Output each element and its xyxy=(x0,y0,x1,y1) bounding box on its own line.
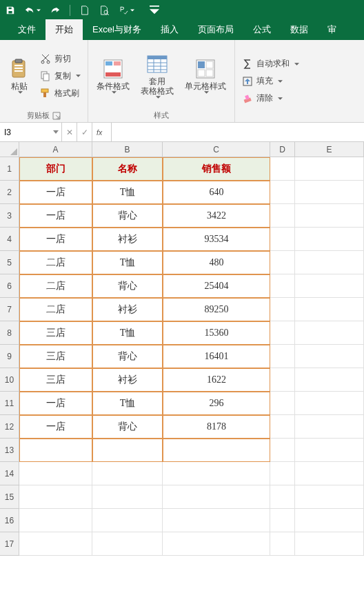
cell[interactable] xyxy=(295,509,364,532)
cell[interactable]: 1622 xyxy=(163,368,270,392)
cell[interactable]: 背心 xyxy=(92,345,163,368)
copy-button[interactable]: 复制 xyxy=(37,69,83,83)
cell[interactable] xyxy=(270,298,295,321)
cell[interactable] xyxy=(270,274,295,298)
cell[interactable]: 一店 xyxy=(19,181,92,204)
tab-file[interactable]: 文件 xyxy=(8,19,46,40)
cell[interactable]: 衬衫 xyxy=(92,368,163,392)
cell[interactable] xyxy=(270,251,295,274)
cell[interactable] xyxy=(295,532,364,556)
row-header[interactable]: 12 xyxy=(0,415,19,439)
cell[interactable]: 二店 xyxy=(19,251,92,274)
clear-button[interactable]: 清除 xyxy=(239,91,302,105)
row-header[interactable]: 8 xyxy=(0,321,19,345)
cell[interactable]: T恤 xyxy=(92,392,163,415)
cell[interactable] xyxy=(295,228,364,251)
cell[interactable] xyxy=(270,532,295,556)
name-box[interactable] xyxy=(0,123,62,141)
customize-qat-icon[interactable] xyxy=(150,6,159,15)
cell[interactable]: T恤 xyxy=(92,181,163,204)
fill-button[interactable]: 填充 xyxy=(239,74,302,88)
cell[interactable]: 二店 xyxy=(19,298,92,321)
row-header[interactable]: 10 xyxy=(0,368,19,392)
cell[interactable]: T恤 xyxy=(92,321,163,345)
col-header-B[interactable]: B xyxy=(92,142,163,157)
col-header-C[interactable]: C xyxy=(163,142,270,157)
cell[interactable] xyxy=(295,462,364,485)
cell[interactable] xyxy=(92,485,163,509)
cell[interactable] xyxy=(270,485,295,509)
cell[interactable]: 89250 xyxy=(163,298,270,321)
cut-button[interactable]: 剪切 xyxy=(37,52,83,66)
tab-formulas[interactable]: 公式 xyxy=(243,19,281,40)
cell[interactable] xyxy=(295,274,364,298)
cell[interactable] xyxy=(19,485,92,509)
fx-icon[interactable]: fx xyxy=(92,123,112,141)
print-preview-icon[interactable] xyxy=(99,6,109,15)
save-icon[interactable] xyxy=(6,6,15,15)
cell[interactable] xyxy=(270,415,295,439)
cell[interactable]: 三店 xyxy=(19,345,92,368)
row-header[interactable]: 7 xyxy=(0,298,19,321)
tab-review[interactable]: 审 xyxy=(318,19,346,40)
cell[interactable] xyxy=(270,228,295,251)
cell-styles-button[interactable]: 单元格样式 xyxy=(181,43,230,109)
cell[interactable] xyxy=(270,462,295,485)
cell[interactable] xyxy=(270,321,295,345)
row-header[interactable]: 17 xyxy=(0,532,19,556)
cell[interactable] xyxy=(295,439,364,462)
cell[interactable]: 衬衫 xyxy=(92,298,163,321)
col-header-E[interactable]: E xyxy=(295,142,364,157)
cell[interactable] xyxy=(270,157,295,181)
cell[interactable] xyxy=(19,509,92,532)
row-header[interactable]: 3 xyxy=(0,204,19,228)
cell[interactable]: 一店 xyxy=(19,204,92,228)
cell[interactable] xyxy=(295,368,364,392)
cell[interactable]: 背心 xyxy=(92,274,163,298)
spellcheck-icon[interactable] xyxy=(119,6,134,15)
cell[interactable]: 名称 xyxy=(92,157,163,181)
select-all-corner[interactable] xyxy=(0,142,19,157)
cell[interactable] xyxy=(270,204,295,228)
cell[interactable] xyxy=(295,415,364,439)
row-header[interactable]: 16 xyxy=(0,509,19,532)
row-header[interactable]: 11 xyxy=(0,392,19,415)
cell[interactable]: 部门 xyxy=(19,157,92,181)
cell[interactable] xyxy=(163,439,270,462)
cell[interactable] xyxy=(270,345,295,368)
formula-input[interactable] xyxy=(112,123,364,141)
tab-excel-finance[interactable]: Excel与财务 xyxy=(83,19,151,40)
launcher-icon[interactable] xyxy=(52,112,61,120)
cell[interactable] xyxy=(295,485,364,509)
row-header[interactable]: 1 xyxy=(0,157,19,181)
cell[interactable]: 二店 xyxy=(19,274,92,298)
cell[interactable] xyxy=(295,298,364,321)
cell[interactable] xyxy=(295,321,364,345)
cell[interactable]: 16401 xyxy=(163,345,270,368)
cell[interactable] xyxy=(295,157,364,181)
cell[interactable] xyxy=(295,251,364,274)
cell[interactable] xyxy=(270,368,295,392)
cell[interactable]: 25404 xyxy=(163,274,270,298)
cell[interactable] xyxy=(19,462,92,485)
redo-icon[interactable] xyxy=(50,6,60,15)
cell[interactable]: 15360 xyxy=(163,321,270,345)
cell[interactable] xyxy=(163,509,270,532)
name-box-input[interactable] xyxy=(4,128,57,137)
row-header[interactable]: 15 xyxy=(0,485,19,509)
col-header-D[interactable]: D xyxy=(270,142,295,157)
cell[interactable]: 一店 xyxy=(19,392,92,415)
cell[interactable]: 3422 xyxy=(163,204,270,228)
row-header[interactable]: 6 xyxy=(0,274,19,298)
cell[interactable] xyxy=(270,181,295,204)
cancel-formula-button[interactable]: ✕ xyxy=(62,123,77,141)
cell[interactable]: 93534 xyxy=(163,228,270,251)
cell[interactable]: 640 xyxy=(163,181,270,204)
tab-insert[interactable]: 插入 xyxy=(151,19,188,40)
cell[interactable] xyxy=(270,392,295,415)
cell[interactable]: 296 xyxy=(163,392,270,415)
cell[interactable] xyxy=(295,392,364,415)
cell[interactable] xyxy=(92,462,163,485)
cell[interactable] xyxy=(270,439,295,462)
cell[interactable]: 背心 xyxy=(92,204,163,228)
